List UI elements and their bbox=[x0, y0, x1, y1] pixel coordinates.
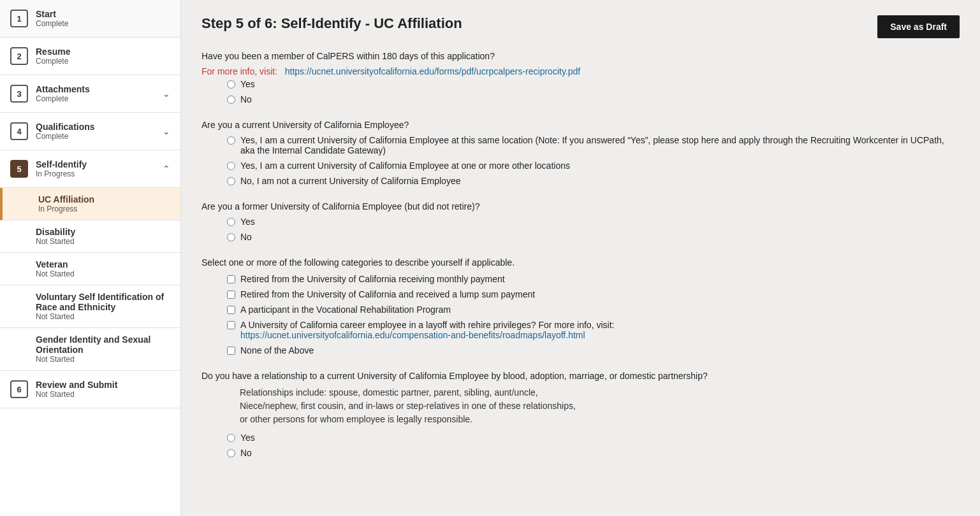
relationship-yes-option[interactable]: Yes bbox=[227, 433, 960, 443]
step-name-qualifications: Qualifications bbox=[36, 122, 160, 132]
sidebar-subitem-disability[interactable]: Disability Not Started bbox=[0, 220, 180, 253]
subitem-name-gender-identity: Gender Identity and Sexual Orientation bbox=[36, 334, 170, 355]
sidebar-item-attachments[interactable]: 3 Attachments Complete ⌄ bbox=[0, 75, 180, 113]
subitem-status-gender-identity: Not Started bbox=[36, 355, 170, 364]
sidebar-subitem-gender-identity[interactable]: Gender Identity and Sexual Orientation N… bbox=[0, 328, 180, 371]
sidebar-item-qualifications[interactable]: 4 Qualifications Complete ⌄ bbox=[0, 113, 180, 150]
sidebar: 1 Start Complete 2 Resume Complete 3 Att… bbox=[0, 0, 181, 516]
checkbox-layoff-input[interactable] bbox=[227, 321, 235, 329]
current-uc-not-employee-option[interactable]: No, I am not a current University of Cal… bbox=[227, 176, 960, 186]
checkbox-layoff[interactable]: A University of California career employ… bbox=[227, 320, 960, 340]
checkbox-retired-monthly-input[interactable] bbox=[227, 275, 235, 283]
calpers-yes-radio[interactable] bbox=[227, 80, 235, 89]
checkbox-layoff-label: A University of California career employ… bbox=[240, 320, 614, 340]
step-name-start: Start bbox=[36, 9, 170, 19]
categories-checkbox-group: Retired from the University of Californi… bbox=[227, 274, 960, 355]
former-uc-yes-label: Yes bbox=[240, 217, 255, 227]
current-uc-same-location-label: Yes, I am a current University of Califo… bbox=[240, 135, 960, 155]
checkbox-none-above[interactable]: None of the Above bbox=[227, 345, 960, 355]
step-badge-4: 4 bbox=[10, 122, 28, 140]
step-name-review-submit: Review and Submit bbox=[36, 380, 170, 390]
step-name-self-identify: Self-Identify bbox=[36, 159, 160, 169]
step-status-self-identify: In Progress bbox=[36, 169, 160, 178]
subitem-name-veteran: Veteran bbox=[36, 259, 170, 269]
relationship-question-block: Do you have a relationship to a current … bbox=[201, 371, 960, 458]
step-status-review-submit: Not Started bbox=[36, 390, 170, 399]
calpers-info-link[interactable]: https://ucnet.universityofcalifornia.edu… bbox=[285, 66, 581, 76]
former-uc-question-text: Are you a former University of Californi… bbox=[201, 201, 960, 211]
checkbox-none-above-input[interactable] bbox=[227, 347, 235, 355]
page-title: Step 5 of 6: Self-Identify - UC Affiliat… bbox=[201, 15, 462, 32]
former-uc-no-label: No bbox=[240, 232, 252, 242]
subitem-status-disability: Not Started bbox=[36, 237, 170, 246]
checkbox-vocational[interactable]: A participant in the Vocational Rehabili… bbox=[227, 305, 960, 315]
step-status-qualifications: Complete bbox=[36, 132, 160, 141]
sidebar-item-resume[interactable]: 2 Resume Complete bbox=[0, 38, 180, 75]
main-content: Step 5 of 6: Self-Identify - UC Affiliat… bbox=[181, 0, 980, 516]
sidebar-subitem-uc-affiliation[interactable]: UC Affiliation In Progress bbox=[0, 188, 180, 220]
relationship-yes-label: Yes bbox=[240, 433, 255, 443]
current-uc-question-block: Are you a current University of Californ… bbox=[201, 120, 960, 186]
current-uc-not-employee-radio[interactable] bbox=[227, 177, 235, 185]
step-badge-6: 6 bbox=[10, 380, 28, 398]
sidebar-item-review-submit[interactable]: 6 Review and Submit Not Started bbox=[0, 371, 180, 408]
sidebar-item-self-identify[interactable]: 5 Self-Identify In Progress ⌃ bbox=[0, 150, 180, 188]
former-uc-yes-radio[interactable] bbox=[227, 218, 235, 226]
current-uc-radio-group: Yes, I am a current University of Califo… bbox=[227, 135, 960, 186]
main-header: Step 5 of 6: Self-Identify - UC Affiliat… bbox=[201, 15, 960, 38]
chevron-down-icon: ⌄ bbox=[163, 126, 170, 136]
current-uc-other-location-radio[interactable] bbox=[227, 162, 235, 170]
step-badge-5: 5 bbox=[10, 160, 28, 178]
current-uc-other-location-option[interactable]: Yes, I am a current University of Califo… bbox=[227, 161, 960, 171]
calpers-question-text: Have you been a member of CalPERS within… bbox=[201, 51, 960, 61]
step-badge-2: 2 bbox=[10, 47, 28, 65]
calpers-no-radio[interactable] bbox=[227, 96, 235, 104]
chevron-down-icon: ⌄ bbox=[163, 89, 170, 99]
relationship-yes-radio[interactable] bbox=[227, 434, 235, 442]
relationship-no-radio[interactable] bbox=[227, 449, 235, 457]
former-uc-no-radio[interactable] bbox=[227, 233, 235, 241]
step-status-resume: Complete bbox=[36, 57, 170, 66]
checkbox-retired-monthly-label: Retired from the University of Californi… bbox=[240, 274, 505, 284]
current-uc-same-location-option[interactable]: Yes, I am a current University of Califo… bbox=[227, 135, 960, 155]
calpers-radio-group: Yes No bbox=[227, 79, 960, 104]
former-uc-yes-option[interactable]: Yes bbox=[227, 217, 960, 227]
calpers-yes-label: Yes bbox=[240, 79, 255, 89]
subitem-status-race-ethnicity: Not Started bbox=[36, 312, 170, 321]
layoff-link[interactable]: https://ucnet.universityofcalifornia.edu… bbox=[240, 330, 585, 340]
subitem-name-uc-affiliation: UC Affiliation bbox=[38, 194, 170, 204]
checkbox-retired-lump-sum[interactable]: Retired from the University of Californi… bbox=[227, 289, 960, 299]
sidebar-subitem-veteran[interactable]: Veteran Not Started bbox=[0, 253, 180, 285]
categories-question-block: Select one or more of the following cate… bbox=[201, 257, 960, 355]
former-uc-question-block: Are you a former University of Californi… bbox=[201, 201, 960, 242]
checkbox-retired-lump-sum-input[interactable] bbox=[227, 290, 235, 299]
step-badge-1: 1 bbox=[10, 10, 28, 27]
checkbox-vocational-label: A participant in the Vocational Rehabili… bbox=[240, 305, 451, 315]
current-uc-not-employee-label: No, I am not a current University of Cal… bbox=[240, 176, 460, 186]
step-status-attachments: Complete bbox=[36, 94, 160, 103]
subitem-name-disability: Disability bbox=[36, 227, 170, 237]
checkbox-retired-lump-sum-label: Retired from the University of Californi… bbox=[240, 289, 535, 299]
calpers-question-block: Have you been a member of CalPERS within… bbox=[201, 51, 960, 104]
relationship-no-label: No bbox=[240, 448, 252, 458]
current-uc-same-location-radio[interactable] bbox=[227, 136, 235, 145]
calpers-no-option[interactable]: No bbox=[227, 94, 960, 104]
calpers-yes-option[interactable]: Yes bbox=[227, 79, 960, 89]
checkbox-retired-monthly[interactable]: Retired from the University of Californi… bbox=[227, 274, 960, 284]
former-uc-no-option[interactable]: No bbox=[227, 232, 960, 242]
relationship-no-option[interactable]: No bbox=[227, 448, 960, 458]
save-draft-button[interactable]: Save as Draft bbox=[877, 15, 960, 38]
sidebar-subitem-race-ethnicity[interactable]: Voluntary Self Identification of Race an… bbox=[0, 285, 180, 328]
relationship-note-text: Relationships include: spouse, domestic … bbox=[240, 386, 960, 426]
step-name-resume: Resume bbox=[36, 47, 170, 57]
checkbox-vocational-input[interactable] bbox=[227, 306, 235, 314]
former-uc-radio-group: Yes No bbox=[227, 217, 960, 242]
subitem-status-veteran: Not Started bbox=[36, 269, 170, 278]
current-uc-other-location-label: Yes, I am a current University of Califo… bbox=[240, 161, 570, 171]
step-name-attachments: Attachments bbox=[36, 84, 160, 94]
subitem-status-uc-affiliation: In Progress bbox=[38, 204, 170, 213]
calpers-info-note-text: For more info, visit: bbox=[201, 66, 277, 76]
chevron-up-icon: ⌃ bbox=[163, 164, 170, 174]
current-uc-question-text: Are you a current University of Californ… bbox=[201, 120, 960, 130]
sidebar-item-start[interactable]: 1 Start Complete bbox=[0, 0, 180, 38]
